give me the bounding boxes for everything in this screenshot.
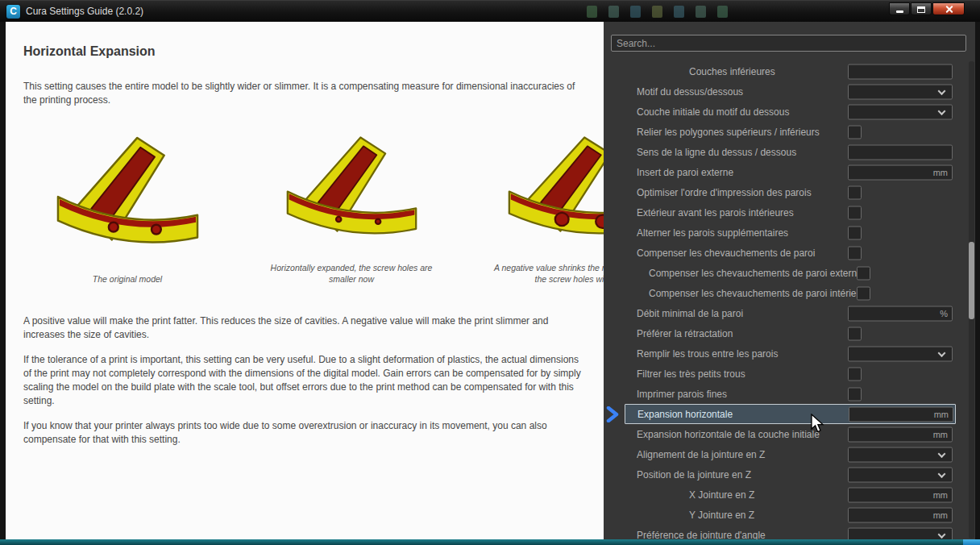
setting-row[interactable]: Imprimer parois fines [625,384,956,404]
setting-row[interactable]: Préférer la rétractation [625,323,956,343]
setting-label: Position de la jointure en Z [637,469,846,481]
setting-dropdown[interactable] [848,467,953,482]
close-icon [945,5,953,14]
setting-label: X Jointure en Z [689,489,846,501]
setting-row[interactable]: Compenser les chevauchements de paroi in… [625,283,956,303]
setting-dropdown[interactable] [848,346,953,361]
minimize-icon [896,10,903,13]
setting-row[interactable]: Expansion horizontale de la couche initi… [625,424,956,444]
setting-checkbox[interactable] [848,226,862,239]
setting-row[interactable]: Optimiser l'ordre d'impression des paroi… [625,182,956,202]
setting-row[interactable]: X Jointure en Zmm [625,485,956,505]
chevron-down-icon [938,107,946,115]
minimize-button[interactable] [889,2,910,15]
setting-row[interactable]: Expansion horizontalemm [625,404,956,424]
setting-label: Sens de la ligne du dessus / dessous [637,147,846,158]
setting-checkbox[interactable] [857,266,870,280]
setting-label: Couches inférieures [689,66,846,77]
setting-row[interactable]: Couches inférieures [625,61,956,81]
setting-row[interactable]: Alignement de la jointure en Z [625,444,956,464]
background-desktop-icons [587,6,728,18]
setting-label: Couche initiale du motif du dessous [637,106,846,118]
maximize-button[interactable] [911,2,932,15]
setting-checkbox[interactable] [848,185,862,199]
window-controls [889,2,965,15]
article-paragraph: A positive value will make the print fat… [23,314,584,342]
setting-checkbox[interactable] [848,206,862,219]
article-paragraph: If the tolerance of a print is important… [23,353,584,408]
window-titlebar[interactable]: C Cura Settings Guide (2.0.2) [0,0,980,22]
setting-label: Alignement de la jointure en Z [637,449,846,460]
background-icon [674,6,684,18]
background-icon [717,6,728,18]
figures-row: The original model Horizontally expanded… [42,133,584,285]
setting-row[interactable]: Insert de paroi externemm [625,162,956,182]
setting-row[interactable]: Préférence de jointure d'angle [625,525,956,539]
scrollbar-thumb[interactable] [969,242,974,319]
maximize-icon [917,6,925,13]
setting-row[interactable]: Position de la jointure en Z [625,464,956,485]
setting-row[interactable]: Compenser les chevauchements de paroi [625,243,956,263]
setting-dropdown[interactable] [848,104,953,119]
figure-original: The original model [42,133,213,285]
application-window: C Cura Settings Guide (2.0.2) [0,0,980,545]
setting-row[interactable]: Relier les polygones supérieurs / inféri… [625,122,956,142]
setting-checkbox[interactable] [857,286,870,300]
unit-label: % [940,309,948,318]
setting-input[interactable]: mm [848,426,953,442]
figure-expanded: Horizontally expanded, the screw holes a… [266,133,437,285]
setting-checkbox[interactable] [848,367,862,381]
setting-label: Préférer la rétractation [637,328,846,339]
figure-caption: The original model [42,274,213,285]
scrollbar[interactable] [969,61,974,539]
setting-input[interactable]: mm [849,406,953,422]
setting-input[interactable] [848,64,953,79]
setting-input[interactable]: mm [848,487,953,502]
chevron-down-icon [938,530,946,539]
close-button[interactable] [932,2,965,15]
model-image-negative [508,133,604,259]
article-panel: Horizontal Expansion This setting causes… [6,22,604,539]
model-image-original [56,133,199,270]
setting-label: Compenser les chevauchements de paroi ex… [649,268,857,279]
setting-row[interactable]: Y Jointure en Zmm [625,505,956,525]
setting-row[interactable]: Motif du dessus/dessous [625,81,956,102]
setting-label: Compenser les chevauchements de paroi in… [649,288,857,299]
search-input[interactable] [611,35,966,52]
setting-checkbox[interactable] [848,125,862,139]
setting-input[interactable] [848,144,953,160]
background-icon [608,6,619,18]
setting-row[interactable]: Remplir les trous entre les parois [625,343,956,364]
setting-row[interactable]: Extérieur avant les parois intérieures [625,202,956,223]
chevron-down-icon [938,470,946,478]
figure-caption: A negative value shrinks the model, maki… [490,263,604,285]
setting-row[interactable]: Alterner les parois supplémentaires [625,223,956,243]
unit-label: mm [934,410,949,419]
setting-checkbox[interactable] [848,387,862,401]
setting-input[interactable]: mm [848,164,953,180]
setting-input[interactable]: mm [848,507,953,522]
setting-checkbox[interactable] [848,246,862,260]
setting-label: Extérieur avant les parois intérieures [637,207,846,218]
figure-caption: Horizontally expanded, the screw holes a… [266,263,437,285]
taskbar-corner [963,539,980,545]
settings-panel: Couches inférieuresMotif du dessus/desso… [604,22,975,539]
setting-dropdown[interactable] [848,84,953,99]
setting-row[interactable]: Compenser les chevauchements de paroi ex… [625,263,956,283]
unit-label: mm [933,430,948,439]
setting-dropdown[interactable] [848,527,953,539]
setting-row[interactable]: Débit minimal de la paroi% [625,303,956,323]
setting-row[interactable]: Filtrer les très petits trous [625,364,956,384]
setting-checkbox[interactable] [848,327,862,340]
cura-app-icon: C [6,5,20,19]
model-image-expanded [286,133,417,259]
setting-label: Relier les polygones supérieurs / inféri… [637,127,846,138]
chevron-down-icon [938,450,946,458]
setting-row[interactable]: Sens de la ligne du dessus / dessous [625,142,956,162]
background-icon [587,6,597,18]
setting-label: Débit minimal de la paroi [637,308,846,319]
setting-dropdown[interactable] [848,447,953,462]
setting-input[interactable]: % [848,306,953,321]
mouse-cursor [810,414,826,435]
setting-row[interactable]: Couche initiale du motif du dessous [625,102,956,122]
